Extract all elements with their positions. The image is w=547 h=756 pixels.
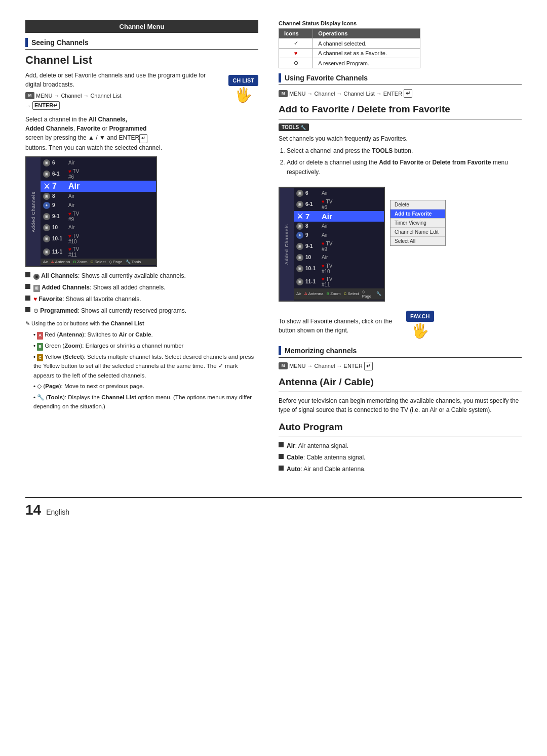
yellow-btn-icon: C: [37, 354, 43, 362]
channel-icon: ●: [43, 202, 50, 209]
operations-col-header: Operations: [313, 29, 420, 38]
tv-row: ● 9 Air: [294, 231, 384, 240]
all-channels-icon: ▣: [33, 274, 40, 280]
step-1: Select a channel and press the TOOLS but…: [287, 146, 522, 156]
fav-note: To show all Favorite channels, click on …: [279, 317, 400, 335]
fav-ch-button[interactable]: FAV.CH: [406, 311, 434, 322]
menu-label: MENU: [36, 93, 52, 99]
tv-row-selected: ⚔ 7 Air: [41, 181, 156, 192]
channel-list-label: Channel List: [90, 93, 121, 99]
sub-bullet-tools: 🔧 (Tools): Displays the Channel List opt…: [33, 393, 258, 411]
favorite-icon: ♥: [33, 296, 37, 303]
bullet-added-channels: ⊞ Added Channels: Shows all added channe…: [25, 283, 258, 292]
sub-bullet-red: A Red (Antenna): Switches to Air or Cabl…: [33, 330, 258, 340]
channel-icon: ▣: [296, 265, 303, 272]
channel-icon: ▣: [296, 278, 303, 285]
using-fav-menu-text: MENU → Channel → Channel List → ENTER: [289, 91, 402, 97]
menu-path: M MENU → Channel → Channel List: [25, 92, 222, 99]
check-operation: A channel selected.: [313, 38, 420, 49]
check-icon: ✓: [279, 38, 313, 49]
menu-icon3: M: [279, 362, 288, 369]
using-fav-heading: Using Favorite Channels: [279, 73, 522, 85]
ch-list-button[interactable]: CH LIST: [228, 75, 258, 86]
channel-menu-label: Channel Menu: [120, 23, 165, 30]
antenna-title: Antenna (Air / Cable): [279, 376, 522, 388]
sub-bullet-green: B Green (Zoom): Enlarges or shrinks a ch…: [33, 341, 258, 351]
bullet-icon: [25, 272, 30, 277]
hand-icon-2: 🖐: [406, 324, 434, 338]
page-footer: 14 English: [25, 497, 522, 518]
hand-icon: 🖐: [228, 88, 258, 102]
using-fav-text: Using Favorite Channels: [285, 74, 368, 82]
enter-icon2: ↵: [139, 134, 147, 143]
channel-icon: ▣: [43, 171, 50, 178]
note-icon: ✎: [25, 320, 30, 326]
cm-delete[interactable]: Delete: [390, 200, 445, 209]
added-icon: ⊞: [33, 285, 40, 292]
auto-program-title: Auto Program: [279, 422, 522, 433]
page-language: English: [46, 508, 69, 516]
memorizing-menu-text: MENU → Channel → ENTER: [289, 363, 363, 369]
added-channels-bold: Added Channels: [25, 125, 73, 132]
selected-icon: ⚔: [43, 183, 50, 190]
channel-icon: ▣: [43, 193, 50, 200]
programmed-bold: Programmed: [109, 125, 146, 132]
left-column: Channel Menu Seeing Channels Channel Lis…: [25, 20, 258, 477]
cm-timer-viewing[interactable]: Timer Viewing: [390, 219, 445, 228]
channel-icon: ▣: [296, 243, 303, 250]
add-fav-desc: Set channels you watch frequently as Fav…: [279, 134, 522, 143]
tools-box: TOOLS 🔧: [279, 123, 309, 131]
blue-bar-memorizing-icon: [279, 346, 281, 355]
bullet-icon: [279, 454, 284, 459]
channel-menu-bar: Channel Menu: [25, 20, 258, 33]
channel-icon: ▣: [43, 235, 50, 242]
all-channels-bold: All Channels,: [89, 116, 127, 123]
tv-row: ▣ 10 Air: [41, 223, 156, 232]
tv-screen-2: Added Channels ▣ 6 Air ▣ 6-1 ♥ TV #6 ⚔ 7: [279, 187, 385, 302]
antenna-rule: [279, 392, 522, 392]
tv-content-2: ▣ 6 Air ▣ 6-1 ♥ TV #6 ⚔ 7 Air: [294, 188, 384, 301]
auto-air: Air: Air antenna signal.: [279, 441, 522, 450]
enter-icon4: ↵: [364, 362, 373, 370]
page-number: 14: [25, 502, 41, 518]
tv-sidebar-2: Added Channels: [280, 188, 294, 301]
tv-row-selected-2: ⚔ 7 Air: [294, 211, 384, 222]
channel-icon: ▣: [43, 159, 50, 166]
sub-bullet-list: A Red (Antenna): Switches to Air or Cabl…: [25, 330, 258, 411]
cm-select-all[interactable]: Select All: [390, 237, 445, 245]
cm-add-to-favorite[interactable]: Add to Favorite: [390, 209, 445, 219]
bullet-icon: [279, 466, 284, 471]
status-row-heart: ♥ A channel set as a Favorite.: [279, 49, 420, 58]
memorizing-text: Memorizing channels: [285, 347, 357, 355]
tv-screen-1: Added Channels ▣ 6 Air ▣ 6-1 ♥ TV #6 ⚔ 7…: [25, 156, 157, 267]
tv-row: ▣ 8 Air: [294, 222, 384, 231]
selected-icon-2: ⚔: [296, 213, 303, 220]
channel-icon: ▣: [296, 201, 303, 208]
tv-row: ▣ 6 Air: [41, 158, 156, 167]
tv-row: ▣ 6 Air: [294, 189, 384, 198]
tv-content: ▣ 6 Air ▣ 6-1 ♥ TV #6 ⚔ 7 Air ▣ 8 Ai: [41, 157, 156, 266]
channel-icon: ▣: [43, 248, 50, 256]
status-display-heading: Channel Status Display Icons: [279, 20, 522, 26]
tv-footer: Air A Antenna B Zoom C Select ◇ Page 🔧 T…: [41, 259, 156, 265]
context-menu: Delete Add to Favorite Timer Viewing Cha…: [390, 200, 446, 246]
programmed-icon: ⊙: [33, 307, 38, 314]
right-column: Channel Status Display Icons Icons Opera…: [279, 20, 522, 477]
seeing-channels-heading: Seeing Channels: [25, 38, 258, 50]
antenna-desc: Before your television can begin memoriz…: [279, 396, 522, 414]
bullet-all-channels: ▣ All Channels: Shows all currently avai…: [25, 271, 258, 280]
memorizing-menu: M MENU → Channel → ENTER ↵: [279, 362, 522, 370]
bullet-icon: [25, 296, 30, 301]
heart-operation: A channel set as a Favorite.: [313, 49, 420, 58]
bullet-favorite: ♥ Favorite: Shows all favorite channels.: [25, 295, 258, 304]
enter-icon: ENTER↵: [32, 101, 60, 110]
channel-type-list: ▣ All Channels: Shows all currently avai…: [25, 271, 258, 315]
clock-operation: A reserved Program.: [313, 58, 420, 68]
menu-path-enter: → ENTER↵: [25, 101, 222, 110]
cm-channel-name-edit[interactable]: Channel Name Edit: [390, 228, 445, 237]
channel-icon: ▣: [43, 213, 50, 220]
tv-row: ▣ 10 Air: [294, 253, 384, 262]
tv-row: ▣ 9-1 ♥ TV #9: [41, 210, 156, 223]
icons-col-header: Icons: [279, 29, 313, 38]
favorite-bold: Favorite: [76, 125, 100, 132]
